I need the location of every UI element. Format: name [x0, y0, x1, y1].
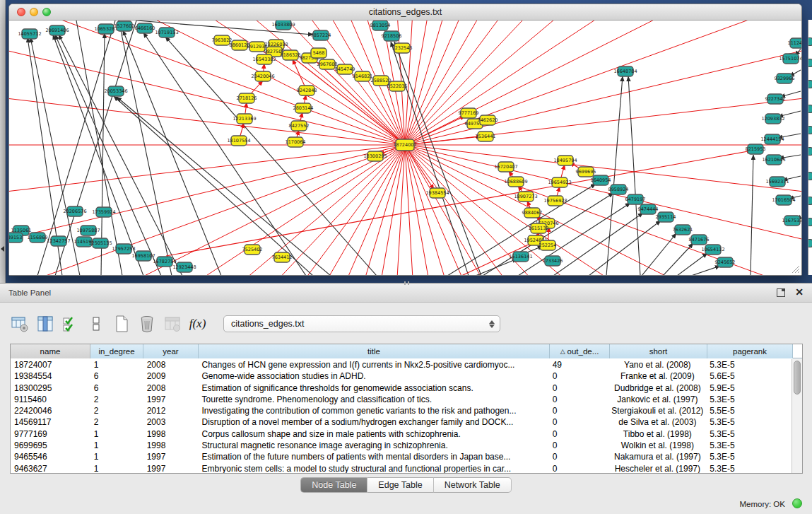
- table-cell-pagerank[interactable]: 5.3E-5: [706, 451, 792, 462]
- graph-node[interactable]: 20691406: [45, 25, 69, 35]
- function-builder-icon[interactable]: f(x): [188, 315, 207, 334]
- citation-edge-red[interactable]: [312, 57, 405, 145]
- tab-node-table[interactable]: Node Table: [300, 477, 367, 493]
- table-cell-pagerank[interactable]: 5.9E-5: [706, 382, 792, 394]
- graph-node[interactable]: 9227342: [765, 94, 786, 104]
- graph-node[interactable]: 8215953: [746, 144, 766, 154]
- table-cell-short[interactable]: Hescheler et al. (1997): [608, 463, 706, 473]
- table-row[interactable]: 1456911722003Disruption of a novel membe…: [11, 416, 792, 428]
- table-cell-pagerank[interactable]: 5.6E-5: [706, 370, 792, 382]
- table-settings-icon[interactable]: [10, 315, 29, 334]
- table-cell-in_degree[interactable]: 1: [90, 463, 143, 473]
- table-cell-title[interactable]: Structural magnetic resonance image aver…: [199, 440, 549, 451]
- graph-node[interactable]: 18107554: [227, 136, 250, 146]
- table-cell-pagerank[interactable]: 5.3E-5: [706, 463, 792, 473]
- tab-network-table[interactable]: Network Table: [434, 477, 512, 493]
- table-cell-short[interactable]: Tibbo et al. (1998): [608, 428, 706, 440]
- citation-edge-red[interactable]: [166, 151, 752, 256]
- table-cell-title[interactable]: Tourette syndrome. Phenomenology and cla…: [199, 394, 549, 405]
- table-cell-year[interactable]: 1998: [143, 440, 199, 451]
- table-cell-name[interactable]: 9465546: [11, 451, 90, 462]
- table-cell-title[interactable]: Estimation of significance thresholds fo…: [199, 382, 549, 394]
- table-cell-in_degree[interactable]: 1: [90, 428, 143, 440]
- citation-edge-black[interactable]: [663, 243, 693, 275]
- graph-node[interactable]: 16720407: [494, 162, 517, 172]
- graph-node[interactable]: 7857224: [311, 30, 331, 40]
- citation-edge-black[interactable]: [751, 155, 753, 275]
- show-columns-icon[interactable]: [35, 315, 54, 334]
- column-header-in_degree[interactable]: in_degree: [90, 344, 143, 358]
- graph-node[interactable]: 1615132: [529, 223, 549, 233]
- table-cell-in_degree[interactable]: 2: [90, 394, 143, 405]
- graph-node[interactable]: 19384554: [425, 188, 449, 198]
- table-cell-year[interactable]: 1997: [143, 463, 199, 473]
- graph-node[interactable]: 19654923: [548, 177, 571, 187]
- graph-node[interactable]: 6466160: [135, 23, 155, 33]
- table-cell-pagerank[interactable]: 5.3E-5: [706, 394, 792, 405]
- table-row[interactable]: 2242004622012Investigating the contribut…: [11, 405, 792, 416]
- graph-node[interactable]: 8471676: [689, 235, 710, 245]
- graph-node[interactable]: 9218506: [382, 31, 402, 41]
- table-cell-out_de[interactable]: 0: [549, 405, 609, 416]
- graph-node[interactable]: 7634412: [272, 252, 293, 262]
- table-cell-pagerank[interactable]: 5.3E-5: [706, 416, 792, 428]
- graph-node[interactable]: 8813054: [370, 21, 391, 30]
- table-cell-name[interactable]: 9463627: [11, 463, 90, 473]
- table-cell-out_de[interactable]: 0: [549, 382, 609, 394]
- table-cell-year[interactable]: 2003: [143, 416, 199, 428]
- graph-node[interactable]: 2935114: [656, 212, 676, 222]
- table-cell-year[interactable]: 2012: [143, 405, 199, 416]
- table-cell-short[interactable]: Dudbridge et al. (2008): [608, 382, 706, 394]
- table-cell-pagerank[interactable]: 5.3E-5: [706, 440, 792, 451]
- graph-node[interactable]: 9777169: [459, 108, 479, 118]
- table-cell-short[interactable]: Jankovic et al. (1997): [608, 394, 706, 405]
- graph-node[interactable]: 1232543: [392, 43, 413, 53]
- graph-node[interactable]: 18724007: [393, 139, 416, 151]
- citation-edge-black[interactable]: [691, 266, 720, 275]
- graph-node[interactable]: 9146821: [353, 71, 373, 81]
- table-cell-in_degree[interactable]: 1: [90, 440, 143, 451]
- table-cell-title[interactable]: Estimation of the future numbers of pati…: [199, 451, 549, 462]
- citation-edge-black[interactable]: [55, 35, 161, 275]
- graph-node[interactable]: 252254: [539, 240, 557, 250]
- graph-node[interactable]: 2803144: [293, 103, 314, 113]
- table-cell-title[interactable]: Disruption of a novel member of a sodium…: [199, 416, 549, 428]
- table-cell-year[interactable]: 1997: [143, 394, 199, 405]
- graph-node[interactable]: 16033809: [271, 21, 295, 30]
- table-cell-name[interactable]: 9777169: [11, 428, 90, 440]
- table-cell-in_degree[interactable]: 1: [90, 359, 143, 370]
- graph-node[interactable]: 5468: [311, 48, 326, 58]
- table-cell-in_degree[interactable]: 2: [90, 405, 143, 416]
- table-cell-year[interactable]: 1998: [143, 428, 199, 440]
- graph-node[interactable]: 10975887: [76, 226, 100, 235]
- graph-node[interactable]: 9884067: [522, 208, 543, 218]
- table-cell-title[interactable]: Embryonic stem cells: a model to study s…: [199, 463, 549, 473]
- table-row[interactable]: 946362711997Embryonic stem cells: a mode…: [11, 463, 792, 473]
- window-resize-grip[interactable]: [791, 264, 800, 274]
- table-row[interactable]: 911546021997Tourette syndrome. Phenomeno…: [11, 394, 792, 405]
- citation-edge-black[interactable]: [476, 259, 517, 275]
- table-row[interactable]: 1938455462009Genome-wide association stu…: [11, 370, 792, 382]
- table-row[interactable]: 1830029562008Estimation of significance …: [11, 382, 792, 394]
- graph-node[interactable]: 14055712: [18, 29, 41, 39]
- float-panel-icon[interactable]: [777, 288, 785, 297]
- delete-column-icon[interactable]: [137, 315, 156, 334]
- graph-node[interactable]: 8454749: [335, 64, 355, 74]
- graph-node[interactable]: 12093832: [761, 114, 784, 124]
- graph-node[interactable]: 10654112: [701, 245, 724, 255]
- table-cell-name[interactable]: 9115460: [11, 394, 90, 405]
- graph-node[interactable]: 2536441: [476, 132, 496, 141]
- table-cell-out_de[interactable]: 0: [549, 370, 609, 382]
- graph-node[interactable]: 9474444: [638, 204, 659, 214]
- graph-node[interactable]: 12444154: [760, 134, 784, 144]
- table-cell-name[interactable]: 19384554: [11, 370, 90, 382]
- graph-node[interactable]: 16958107: [131, 251, 155, 261]
- table-cell-short[interactable]: de Silva et al. (2003): [608, 416, 706, 428]
- table-cell-title[interactable]: Investigating the contribution of common…: [199, 405, 549, 416]
- citation-edge-red[interactable]: [405, 145, 434, 189]
- table-cell-out_de[interactable]: 0: [549, 463, 609, 473]
- graph-node[interactable]: 9245652: [715, 257, 736, 267]
- table-cell-in_degree[interactable]: 2: [90, 416, 143, 428]
- table-cell-title[interactable]: Corpus callosum shape and size in male p…: [199, 428, 549, 440]
- graph-node[interactable]: 8186328: [281, 50, 301, 60]
